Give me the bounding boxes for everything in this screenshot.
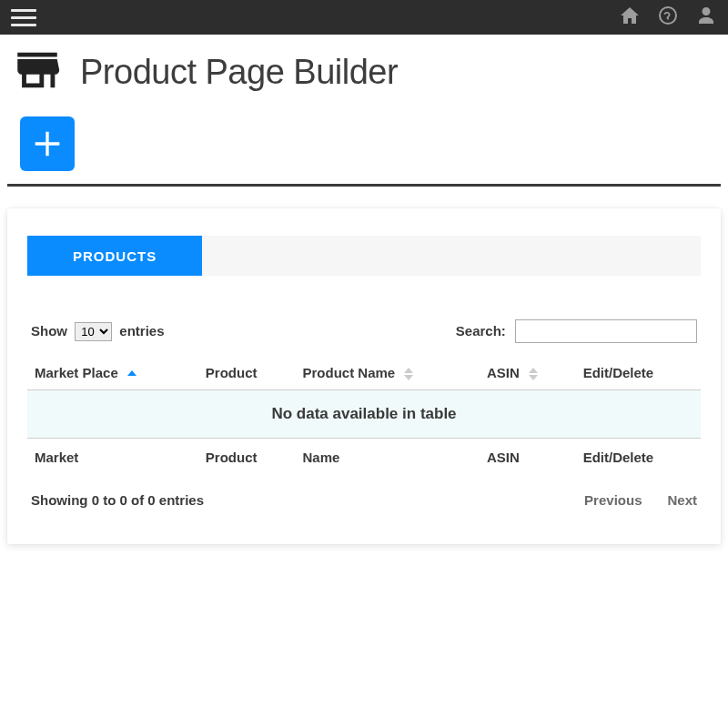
next-button[interactable]: Next bbox=[667, 492, 697, 508]
col-marketplace[interactable]: Market Place bbox=[27, 356, 198, 390]
col-product-label: Product bbox=[206, 365, 258, 380]
empty-message: No data available in table bbox=[27, 390, 701, 439]
col-edit-delete-label: Edit/Delete bbox=[583, 365, 654, 380]
table-header-row: Market Place Product Product Name ASIN bbox=[27, 356, 701, 390]
show-label-pre: Show bbox=[31, 323, 67, 339]
col-edit-delete: Edit/Delete bbox=[576, 356, 701, 390]
sort-icon bbox=[529, 368, 538, 380]
home-icon[interactable] bbox=[619, 5, 641, 30]
sort-icon bbox=[127, 370, 136, 378]
page-title: Product Page Builder bbox=[80, 53, 398, 92]
user-icon[interactable] bbox=[695, 5, 717, 30]
col-marketplace-label: Market Place bbox=[35, 365, 118, 380]
foot-asin: ASIN bbox=[480, 439, 576, 477]
datatable-paginate: Previous Next bbox=[584, 492, 697, 508]
tab-products[interactable]: PRODUCTS bbox=[27, 236, 202, 276]
table-footer-row: Market Product Name ASIN Edit/Delete bbox=[27, 439, 701, 477]
col-asin[interactable]: ASIN bbox=[480, 356, 576, 390]
datatable-controls: Show 10 entries Search: bbox=[27, 319, 701, 356]
top-bar bbox=[0, 0, 728, 35]
length-select[interactable]: 10 bbox=[75, 322, 112, 341]
add-product-button[interactable] bbox=[20, 116, 75, 171]
search-control: Search: bbox=[456, 319, 697, 343]
page-header: Product Page Builder bbox=[0, 35, 728, 116]
store-icon bbox=[11, 44, 64, 100]
foot-edit-delete: Edit/Delete bbox=[576, 439, 701, 477]
products-table: Market Place Product Product Name ASIN bbox=[27, 356, 701, 476]
datatable-bottom: Showing 0 to 0 of 0 entries Previous Nex… bbox=[27, 476, 701, 508]
foot-product: Product bbox=[198, 439, 296, 477]
datatable-info: Showing 0 to 0 of 0 entries bbox=[31, 492, 204, 508]
section-divider bbox=[7, 184, 721, 187]
col-product-name-label: Product Name bbox=[302, 365, 395, 380]
col-product[interactable]: Product bbox=[198, 356, 296, 390]
search-input[interactable] bbox=[515, 319, 697, 343]
sort-icon bbox=[404, 368, 413, 380]
topbar-icon-group bbox=[619, 5, 717, 30]
show-label-post: entries bbox=[119, 323, 164, 339]
foot-market: Market bbox=[27, 439, 198, 477]
add-row bbox=[0, 116, 728, 184]
col-product-name[interactable]: Product Name bbox=[295, 356, 479, 390]
foot-name: Name bbox=[295, 439, 479, 477]
col-asin-label: ASIN bbox=[487, 365, 520, 380]
table-empty-row: No data available in table bbox=[27, 390, 701, 439]
help-icon[interactable] bbox=[657, 5, 679, 30]
tab-strip: PRODUCTS bbox=[27, 236, 701, 276]
previous-button[interactable]: Previous bbox=[584, 492, 642, 508]
length-control: Show 10 entries bbox=[31, 322, 165, 341]
products-card: PRODUCTS Show 10 entries Search: Market … bbox=[7, 208, 721, 544]
search-label: Search: bbox=[456, 323, 506, 339]
menu-hamburger-icon[interactable] bbox=[11, 9, 36, 26]
